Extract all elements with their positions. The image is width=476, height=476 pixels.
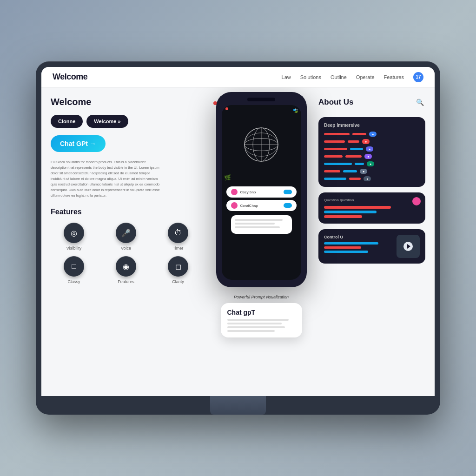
feature-label-timer: Timer: [173, 246, 184, 251]
card-btn-7[interactable]: ●: [364, 176, 371, 181]
features-title: Features: [51, 208, 201, 216]
text-line-1: [235, 219, 283, 221]
input-toggle-1[interactable]: [284, 190, 292, 194]
deep-immersive-card: Deep Immersive ● ●: [318, 117, 425, 187]
card-row-3: ●: [324, 146, 420, 152]
bar-right-4: [345, 155, 362, 158]
classy-icon[interactable]: □: [64, 256, 84, 277]
feature-item-visibility: ◎ Visibility: [51, 223, 97, 251]
contact-title: Control U: [324, 235, 392, 239]
text-line-2: [235, 223, 275, 225]
leaf-deco: 🌿: [224, 174, 231, 181]
welcome-button[interactable]: Welcome »: [86, 115, 128, 128]
phone-screen: 🌿 🍃 Cozy bnb Cor: [222, 105, 301, 280]
card-row-7: ●: [324, 176, 420, 181]
clarity-icon[interactable]: ◻: [168, 256, 188, 277]
input-toggle-2[interactable]: [284, 203, 292, 208]
bar-right-5: [355, 163, 364, 165]
phone-input-row-2[interactable]: CoralChap: [226, 200, 297, 211]
nav-badge[interactable]: 17: [413, 72, 423, 82]
nav-logo: Welcome: [53, 72, 87, 82]
nav-bar: Welcome Law Solutions Outline Operate Fe…: [41, 67, 435, 87]
contact-card: Control U: [318, 229, 425, 264]
bar-left-4: [324, 155, 343, 158]
card-row-6: ●: [324, 169, 420, 174]
description-text: FullStack solutions for modern products.…: [51, 159, 162, 198]
feature-label-voice: Voice: [121, 246, 131, 251]
play-triangle-icon: [407, 244, 410, 249]
nav-link-outline[interactable]: Outline: [331, 74, 347, 80]
question-text: Question question...: [324, 198, 420, 202]
monitor: Welcome Law Solutions Outline Operate Fe…: [36, 61, 440, 415]
main-content: Welcome Clonne Welcome » Chat GPt → Full…: [41, 87, 435, 396]
phone-label: Powerful Prompt visualization: [234, 295, 289, 299]
bar-left-2: [324, 140, 345, 143]
feature-item-classy: □ Classy: [51, 256, 97, 284]
card-btn-5[interactable]: ●: [367, 161, 374, 166]
feature-item-clarity: ◻ Clarity: [155, 256, 201, 284]
monitor-screen: Welcome Law Solutions Outline Operate Fe…: [41, 67, 435, 396]
bar-left-7: [324, 178, 346, 180]
monitor-stand: [210, 396, 266, 415]
bar-left-1: [324, 133, 350, 135]
bar-right-1: [352, 133, 366, 135]
card-btn-2[interactable]: ●: [362, 139, 370, 144]
globe-deco-1: [225, 107, 228, 110]
search-button[interactable]: 🔍: [414, 97, 425, 108]
phone-mockup: 🌿 🍃 Cozy bnb Cor: [216, 92, 307, 287]
page-title: Welcome: [51, 97, 201, 107]
video-thumbnail[interactable]: [397, 235, 420, 258]
phone-notch: [247, 98, 275, 101]
feature-item-timer: ⏱ Timer: [155, 223, 201, 251]
c-line-1: [324, 242, 378, 245]
card-btn-6[interactable]: ●: [360, 169, 367, 174]
phone-text-lines: [235, 219, 288, 228]
btn-group: Clonne Welcome »: [51, 115, 201, 128]
feature-label-clarity: Clarity: [172, 279, 184, 284]
input-dot-pink: [231, 189, 238, 195]
card-btn-1[interactable]: ●: [369, 132, 377, 137]
nav-link-law[interactable]: Law: [282, 74, 291, 80]
input-dot-pink-2: [231, 202, 238, 209]
visibility-icon[interactable]: ◎: [64, 223, 84, 243]
leaf-deco-2: 🍃: [293, 108, 299, 113]
center-panel: 🌿 🍃 Cozy bnb Cor: [209, 97, 314, 387]
phone-input-row-1[interactable]: Cozy bnb: [226, 186, 297, 198]
c-line-2: [324, 246, 361, 249]
card-btn-4[interactable]: ●: [364, 154, 372, 159]
about-header: About Us 🔍: [318, 97, 425, 108]
globe-svg: [240, 124, 282, 165]
q-bar-1: [324, 206, 391, 209]
nav-link-features[interactable]: Features: [384, 74, 404, 80]
c-line-3: [324, 251, 368, 253]
feature-item-features: ◉ Features: [103, 256, 149, 284]
nav-link-operate[interactable]: Operate: [356, 74, 375, 80]
clone-button[interactable]: Clonne: [51, 115, 83, 128]
bottom-card-title: Chat gpT: [227, 309, 296, 316]
features-icon[interactable]: ◉: [116, 256, 136, 277]
bottom-line-4: [227, 330, 275, 332]
bar-right-6: [343, 170, 357, 172]
q-bar-2: [324, 211, 377, 213]
bar-left-6: [324, 170, 340, 172]
timer-icon[interactable]: ⏱: [168, 223, 188, 243]
card-rows: ● ● ●: [324, 132, 420, 181]
feature-label-visibility: Visibility: [66, 246, 81, 251]
bottom-line-3: [227, 326, 285, 328]
bar-left-3: [324, 148, 347, 150]
contact-left: Control U: [324, 235, 392, 253]
nav-links: Law Solutions Outline Operate Features 1…: [282, 72, 423, 82]
card-btn-3[interactable]: ●: [366, 146, 373, 152]
nav-link-solutions[interactable]: Solutions: [300, 74, 321, 80]
voice-icon[interactable]: 🎤: [116, 223, 136, 243]
play-button[interactable]: [403, 242, 413, 251]
chat-gpt-button[interactable]: Chat GPt →: [51, 135, 106, 152]
phone-globe-area: 🌿 🍃: [222, 105, 301, 184]
bar-right-3: [350, 148, 363, 150]
right-panel: About Us 🔍 Deep Immersive ●: [314, 97, 425, 387]
card-row-5: ●: [324, 161, 420, 166]
bar-right-2: [348, 140, 359, 143]
contact-lines: [324, 242, 392, 253]
left-panel: Welcome Clonne Welcome » Chat GPt → Full…: [51, 97, 209, 387]
question-bars: [324, 206, 420, 218]
